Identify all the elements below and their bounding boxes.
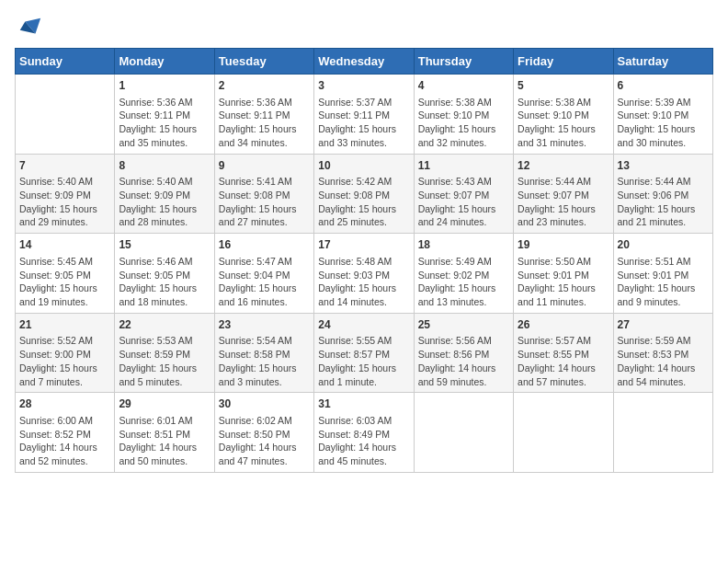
calendar-cell: 10Sunrise: 5:42 AM Sunset: 9:08 PM Dayli… — [314, 154, 414, 234]
day-content: Sunrise: 5:54 AM Sunset: 8:58 PM Dayligh… — [219, 334, 310, 388]
calendar-cell: 20Sunrise: 5:51 AM Sunset: 9:01 PM Dayli… — [613, 234, 712, 314]
day-content: Sunrise: 5:59 AM Sunset: 8:53 PM Dayligh… — [618, 334, 709, 388]
day-number: 22 — [119, 317, 210, 333]
day-content: Sunrise: 5:48 AM Sunset: 9:03 PM Dayligh… — [318, 255, 409, 309]
day-content: Sunrise: 5:53 AM Sunset: 8:59 PM Dayligh… — [119, 334, 210, 388]
day-content: Sunrise: 5:55 AM Sunset: 8:57 PM Dayligh… — [318, 334, 409, 388]
day-content: Sunrise: 6:01 AM Sunset: 8:51 PM Dayligh… — [119, 414, 210, 468]
day-number: 23 — [219, 317, 310, 333]
day-content: Sunrise: 5:49 AM Sunset: 9:02 PM Dayligh… — [418, 255, 509, 309]
col-header-sunday: Sunday — [16, 49, 115, 75]
day-number: 18 — [418, 237, 509, 253]
calendar-cell: 22Sunrise: 5:53 AM Sunset: 8:59 PM Dayli… — [115, 313, 214, 393]
calendar-cell: 23Sunrise: 5:54 AM Sunset: 8:58 PM Dayli… — [214, 313, 313, 393]
calendar-cell — [414, 393, 513, 473]
day-content: Sunrise: 5:57 AM Sunset: 8:55 PM Dayligh… — [518, 334, 609, 388]
calendar-cell: 6Sunrise: 5:39 AM Sunset: 9:10 PM Daylig… — [613, 75, 712, 155]
calendar-cell: 28Sunrise: 6:00 AM Sunset: 8:52 PM Dayli… — [16, 393, 115, 473]
calendar-cell: 24Sunrise: 5:55 AM Sunset: 8:57 PM Dayli… — [314, 313, 414, 393]
calendar-cell: 18Sunrise: 5:49 AM Sunset: 9:02 PM Dayli… — [414, 234, 513, 314]
day-number: 26 — [518, 317, 609, 333]
day-content: Sunrise: 5:44 AM Sunset: 9:06 PM Dayligh… — [618, 175, 709, 229]
calendar-cell: 27Sunrise: 5:59 AM Sunset: 8:53 PM Dayli… — [613, 313, 712, 393]
col-header-wednesday: Wednesday — [314, 49, 414, 75]
calendar-cell: 8Sunrise: 5:40 AM Sunset: 9:09 PM Daylig… — [115, 154, 214, 234]
calendar-cell — [16, 75, 115, 155]
day-number: 9 — [219, 158, 310, 174]
day-number: 13 — [618, 158, 709, 174]
day-content: Sunrise: 5:43 AM Sunset: 9:07 PM Dayligh… — [418, 175, 509, 229]
calendar-cell: 12Sunrise: 5:44 AM Sunset: 9:07 PM Dayli… — [514, 154, 613, 234]
day-number: 2 — [219, 78, 310, 94]
calendar-cell: 16Sunrise: 5:47 AM Sunset: 9:04 PM Dayli… — [214, 234, 313, 314]
calendar-cell — [613, 393, 712, 473]
day-content: Sunrise: 5:41 AM Sunset: 9:08 PM Dayligh… — [219, 175, 310, 229]
day-content: Sunrise: 5:40 AM Sunset: 9:09 PM Dayligh… — [119, 175, 210, 229]
day-number: 20 — [618, 237, 709, 253]
calendar-cell: 31Sunrise: 6:03 AM Sunset: 8:49 PM Dayli… — [314, 393, 414, 473]
col-header-saturday: Saturday — [613, 49, 712, 75]
day-number: 11 — [418, 158, 509, 174]
calendar-cell: 4Sunrise: 5:38 AM Sunset: 9:10 PM Daylig… — [414, 75, 513, 155]
calendar-cell: 7Sunrise: 5:40 AM Sunset: 9:09 PM Daylig… — [16, 154, 115, 234]
calendar-cell: 11Sunrise: 5:43 AM Sunset: 9:07 PM Dayli… — [414, 154, 513, 234]
day-number: 14 — [19, 237, 110, 253]
day-number: 7 — [19, 158, 110, 174]
calendar-cell: 25Sunrise: 5:56 AM Sunset: 8:56 PM Dayli… — [414, 313, 513, 393]
day-content: Sunrise: 5:40 AM Sunset: 9:09 PM Dayligh… — [19, 175, 110, 229]
day-number: 27 — [618, 317, 709, 333]
calendar-table: SundayMondayTuesdayWednesdayThursdayFrid… — [15, 48, 713, 473]
day-content: Sunrise: 5:44 AM Sunset: 9:07 PM Dayligh… — [518, 175, 609, 229]
day-content: Sunrise: 5:47 AM Sunset: 9:04 PM Dayligh… — [219, 255, 310, 309]
day-number: 6 — [618, 78, 709, 94]
day-number: 29 — [119, 396, 210, 412]
day-content: Sunrise: 5:56 AM Sunset: 8:56 PM Dayligh… — [418, 334, 509, 388]
calendar-cell: 1Sunrise: 5:36 AM Sunset: 9:11 PM Daylig… — [115, 75, 214, 155]
calendar-cell: 29Sunrise: 6:01 AM Sunset: 8:51 PM Dayli… — [115, 393, 214, 473]
col-header-monday: Monday — [115, 49, 214, 75]
day-content: Sunrise: 5:38 AM Sunset: 9:10 PM Dayligh… — [518, 96, 609, 150]
day-content: Sunrise: 6:03 AM Sunset: 8:49 PM Dayligh… — [318, 414, 409, 468]
day-number: 5 — [518, 78, 609, 94]
day-content: Sunrise: 5:36 AM Sunset: 9:11 PM Dayligh… — [219, 96, 310, 150]
day-content: Sunrise: 5:50 AM Sunset: 9:01 PM Dayligh… — [518, 255, 609, 309]
calendar-cell: 30Sunrise: 6:02 AM Sunset: 8:50 PM Dayli… — [214, 393, 313, 473]
col-header-friday: Friday — [514, 49, 613, 75]
day-number: 3 — [318, 78, 409, 94]
day-number: 21 — [19, 317, 110, 333]
col-header-tuesday: Tuesday — [214, 49, 313, 75]
day-number: 30 — [219, 396, 310, 412]
logo — [15, 15, 42, 40]
day-content: Sunrise: 5:52 AM Sunset: 9:00 PM Dayligh… — [19, 334, 110, 388]
day-content: Sunrise: 5:37 AM Sunset: 9:11 PM Dayligh… — [318, 96, 409, 150]
day-number: 1 — [119, 78, 210, 94]
calendar-cell: 26Sunrise: 5:57 AM Sunset: 8:55 PM Dayli… — [514, 313, 613, 393]
day-number: 10 — [318, 158, 409, 174]
day-number: 4 — [418, 78, 509, 94]
day-content: Sunrise: 5:39 AM Sunset: 9:10 PM Dayligh… — [618, 96, 709, 150]
day-number: 25 — [418, 317, 509, 333]
calendar-cell: 21Sunrise: 5:52 AM Sunset: 9:00 PM Dayli… — [16, 313, 115, 393]
header-row: SundayMondayTuesdayWednesdayThursdayFrid… — [16, 49, 713, 75]
calendar-cell: 3Sunrise: 5:37 AM Sunset: 9:11 PM Daylig… — [314, 75, 414, 155]
calendar-cell: 5Sunrise: 5:38 AM Sunset: 9:10 PM Daylig… — [514, 75, 613, 155]
calendar-cell: 19Sunrise: 5:50 AM Sunset: 9:01 PM Dayli… — [514, 234, 613, 314]
day-content: Sunrise: 5:38 AM Sunset: 9:10 PM Dayligh… — [418, 96, 509, 150]
week-row-2: 7Sunrise: 5:40 AM Sunset: 9:09 PM Daylig… — [16, 154, 713, 234]
day-number: 28 — [19, 396, 110, 412]
day-content: Sunrise: 6:02 AM Sunset: 8:50 PM Dayligh… — [219, 414, 310, 468]
day-content: Sunrise: 5:46 AM Sunset: 9:05 PM Dayligh… — [119, 255, 210, 309]
week-row-5: 28Sunrise: 6:00 AM Sunset: 8:52 PM Dayli… — [16, 393, 713, 473]
day-content: Sunrise: 5:51 AM Sunset: 9:01 PM Dayligh… — [618, 255, 709, 309]
logo-icon — [17, 15, 42, 40]
calendar-cell — [514, 393, 613, 473]
day-number: 24 — [318, 317, 409, 333]
calendar-cell: 15Sunrise: 5:46 AM Sunset: 9:05 PM Dayli… — [115, 234, 214, 314]
day-content: Sunrise: 5:42 AM Sunset: 9:08 PM Dayligh… — [318, 175, 409, 229]
day-number: 15 — [119, 237, 210, 253]
week-row-1: 1Sunrise: 5:36 AM Sunset: 9:11 PM Daylig… — [16, 75, 713, 155]
calendar-cell: 2Sunrise: 5:36 AM Sunset: 9:11 PM Daylig… — [214, 75, 313, 155]
calendar-cell: 9Sunrise: 5:41 AM Sunset: 9:08 PM Daylig… — [214, 154, 313, 234]
calendar-cell: 17Sunrise: 5:48 AM Sunset: 9:03 PM Dayli… — [314, 234, 414, 314]
day-number: 31 — [318, 396, 409, 412]
